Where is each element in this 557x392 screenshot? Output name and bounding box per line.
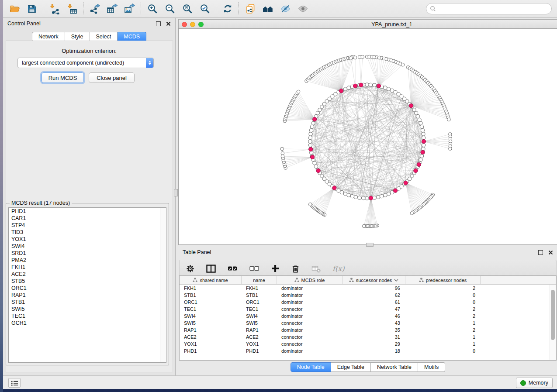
network-window-titlebar[interactable]: YPA_prune.txt_1 <box>178 19 557 29</box>
split-panel-button[interactable] <box>206 262 216 275</box>
control-panel-tabbar: NetworkStyleSelectMCDS <box>3 32 175 41</box>
mcds-result-item[interactable]: STP4 <box>9 222 166 229</box>
memory-button[interactable]: Memory <box>516 378 553 388</box>
create-column-button[interactable] <box>271 262 280 275</box>
show-all-button[interactable] <box>294 1 311 16</box>
table-cell: dominator <box>277 327 343 333</box>
table-options-button[interactable] <box>186 262 195 275</box>
control-panel: Control Panel NetworkStyleSelectMCDS Opt… <box>3 18 175 375</box>
function-builder-button[interactable]: f(x) <box>332 262 344 275</box>
zoom-in-button[interactable] <box>144 1 161 16</box>
mcds-result-item[interactable]: PMA2 <box>9 257 166 264</box>
memory-label: Memory <box>529 380 548 386</box>
tab-mcds[interactable]: MCDS <box>118 32 146 41</box>
show-all-columns-button[interactable] <box>227 262 238 275</box>
table-row[interactable]: PHD1PHD1dominator180 <box>180 347 556 354</box>
network-window-title: YPA_prune.txt_1 <box>179 21 557 28</box>
shared-column-icon <box>349 278 354 282</box>
tab-edge-table[interactable]: Edge Table <box>331 362 371 372</box>
mcds-list-scrollbar[interactable] <box>160 208 166 362</box>
delete-table-icon <box>311 264 321 273</box>
criterion-select[interactable]: largest connected component (undirected) <box>17 58 154 68</box>
table-row[interactable]: STB1STB1dominator620 <box>180 292 556 299</box>
mcds-result-item[interactable]: STB5 <box>9 278 166 285</box>
float-panel-icon[interactable] <box>156 21 161 26</box>
network-canvas[interactable] <box>178 28 557 245</box>
horizontal-splitter-handle[interactable] <box>366 243 374 247</box>
search-field[interactable] <box>426 3 552 14</box>
table-cell: 2 <box>405 306 481 312</box>
table-row[interactable]: TEC1TEC1connector472 <box>180 306 556 313</box>
hide-selected-button[interactable] <box>277 1 294 16</box>
column-header-successor-nodes[interactable]: successor nodes <box>343 276 405 284</box>
delete-table-button[interactable] <box>311 262 321 275</box>
import-network-button[interactable] <box>46 1 63 16</box>
mcds-result-item[interactable]: GCR1 <box>9 320 166 327</box>
table-cell: 46 <box>343 313 405 319</box>
table-row[interactable]: SWI4SWI4dominator462 <box>180 313 556 320</box>
mcds-result-item[interactable]: ORC1 <box>9 285 166 292</box>
mcds-result-item[interactable]: ACE2 <box>9 271 166 278</box>
table-row[interactable]: ORC1ORC1dominator610 <box>180 299 556 306</box>
close-panel-button[interactable]: Close panel <box>89 72 135 83</box>
mcds-result-item[interactable]: RAP1 <box>9 292 166 299</box>
export-network-button[interactable] <box>86 1 104 16</box>
first-neighbors-button[interactable] <box>259 1 277 16</box>
tab-style[interactable]: Style <box>65 32 90 41</box>
close-panel-icon[interactable] <box>166 21 171 26</box>
column-header-predecessor-nodes[interactable]: predecessor nodes <box>405 276 481 284</box>
tab-network-table[interactable]: Network Table <box>371 362 418 372</box>
table-scrollbar-track[interactable] <box>550 285 556 360</box>
vertical-splitter-handle[interactable] <box>174 189 178 196</box>
mcds-result-list[interactable]: PHD1CAR1STP4TID3YOX1SWI4SRD1PMA2FKH1ACE2… <box>8 207 166 363</box>
close-panel-icon[interactable] <box>548 250 553 255</box>
unchecked-boxes-icon <box>249 265 259 272</box>
mcds-result-item[interactable]: CAR1 <box>9 215 166 222</box>
zoom-selected-button[interactable] <box>196 1 214 16</box>
mcds-result-item[interactable]: FKH1 <box>9 264 166 271</box>
hide-all-columns-button[interactable] <box>249 262 259 275</box>
clone-network-button[interactable] <box>242 1 259 16</box>
tab-network[interactable]: Network <box>32 32 65 41</box>
tab-motifs[interactable]: Motifs <box>418 362 445 372</box>
save-floppy-icon <box>27 3 37 14</box>
mcds-result-item[interactable]: SWI5 <box>9 306 166 313</box>
table-row[interactable]: FKH1FKH1dominator962 <box>180 285 556 292</box>
table-scrollbar-thumb[interactable] <box>551 290 555 340</box>
float-panel-icon[interactable] <box>538 250 543 255</box>
column-header-name[interactable]: name <box>242 276 277 284</box>
shared-column-icon <box>294 278 299 282</box>
table-row[interactable]: YOX1YOX1connector291 <box>180 340 556 347</box>
run-mcds-button[interactable]: Run MCDS <box>42 72 84 83</box>
export-image-button[interactable] <box>121 1 138 16</box>
zoom-out-button[interactable] <box>161 1 179 16</box>
table-row[interactable]: RAP1RAP1dominator352 <box>180 327 556 334</box>
save-session-button[interactable] <box>23 1 41 16</box>
column-header-shared-name[interactable]: shared name <box>180 276 242 284</box>
refresh-view-button[interactable] <box>219 1 236 16</box>
column-header-MCDS-role[interactable]: MCDS role <box>277 276 343 284</box>
table-row[interactable]: ACE2ACE2connector311 <box>180 334 556 340</box>
mcds-result-item[interactable]: TID3 <box>9 229 166 236</box>
network-view-window: YPA_prune.txt_1 <box>178 19 557 245</box>
export-table-button[interactable] <box>104 1 121 16</box>
mcds-result-item[interactable]: PHD1 <box>9 208 166 215</box>
delete-columns-button[interactable] <box>291 262 300 275</box>
table-cell: 0 <box>405 348 481 354</box>
mcds-result-item[interactable]: STB1 <box>9 299 166 306</box>
mcds-result-item[interactable]: YOX1 <box>9 236 166 243</box>
toolbar-separator <box>141 2 142 15</box>
tab-select[interactable]: Select <box>90 32 118 41</box>
mcds-result-item[interactable]: SRD1 <box>9 250 166 257</box>
zoom-fit-button[interactable] <box>179 1 196 16</box>
mcds-result-item[interactable]: SWI4 <box>9 243 166 250</box>
import-table-icon <box>67 3 78 14</box>
task-history-button[interactable] <box>8 378 21 388</box>
table-row[interactable]: SWI5SWI5connector431 <box>180 320 556 327</box>
open-session-button[interactable] <box>6 1 23 16</box>
mcds-result-item[interactable]: TEC1 <box>9 313 166 320</box>
tab-node-table[interactable]: Node Table <box>291 362 331 372</box>
import-table-button[interactable] <box>63 1 81 16</box>
table-cell: FKH1 <box>180 285 242 291</box>
search-input[interactable] <box>439 5 551 12</box>
